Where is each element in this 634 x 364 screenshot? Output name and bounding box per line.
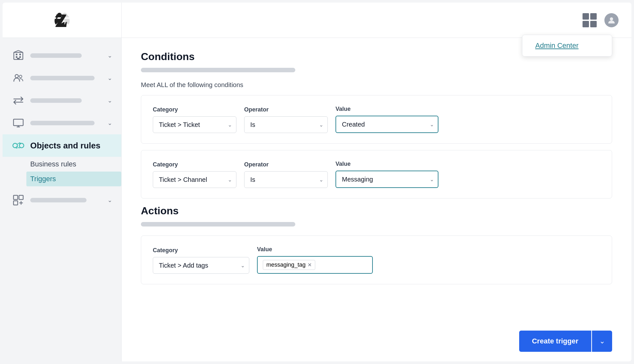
sidebar-item-business-rules[interactable]: Business rules	[30, 157, 121, 172]
operator-label-1: Operator	[244, 106, 328, 113]
bottom-action-bar: Create trigger ⌄	[519, 331, 612, 352]
svg-rect-4	[16, 56, 17, 58]
tags-input[interactable]: messaging_tag ✕	[257, 256, 373, 274]
svg-point-23	[610, 17, 613, 21]
header-icons	[583, 13, 619, 27]
tag-text: messaging_tag	[266, 262, 306, 268]
admin-center-dropdown: Admin Center	[522, 35, 612, 57]
category-select-2[interactable]: Ticket > Channel	[153, 171, 236, 188]
svg-text:𝐙: 𝐙	[55, 11, 67, 30]
user-avatar[interactable]	[604, 13, 619, 27]
field-group-action-value: Value messaging_tag ✕	[257, 246, 373, 274]
svg-rect-2	[16, 54, 17, 55]
svg-rect-20	[14, 201, 18, 205]
meet-all-text: Meet ALL of the following conditions	[141, 81, 612, 89]
create-trigger-chevron-button[interactable]: ⌄	[592, 331, 612, 352]
nav-items: ⌄ ⌄ ⌄	[3, 38, 121, 361]
field-group-value-1: Value Created ⌄	[335, 106, 438, 133]
operator-select-2[interactable]: Is	[244, 171, 328, 188]
category-select-wrapper-2: Ticket > Channel ⌄	[153, 171, 236, 188]
sidebar-item-objects-rules[interactable]: Objects and rules	[3, 134, 121, 157]
svg-point-9	[15, 75, 18, 78]
nav-item-people-bars	[30, 75, 105, 81]
chevron-down-icon: ⌄	[107, 120, 112, 127]
condition-card-1: Category Ticket > Ticket ⌄ Operator	[141, 95, 612, 144]
svg-rect-3	[19, 54, 21, 55]
operator-label-2: Operator	[244, 161, 328, 168]
sidebar-item-triggers[interactable]: Triggers	[26, 172, 121, 186]
category-select-1[interactable]: Ticket > Ticket	[153, 116, 236, 133]
chevron-down-icon: ⌄	[107, 197, 112, 204]
sidebar-item-people[interactable]: ⌄	[3, 67, 121, 89]
conditions-section: Conditions Meet ALL of the following con…	[141, 51, 612, 199]
value-select-2[interactable]: Messaging	[335, 171, 438, 188]
category-label-2: Category	[153, 161, 236, 168]
action-card-1: Category Ticket > Add tags ⌄ Value	[141, 235, 612, 284]
svg-rect-18	[14, 195, 18, 200]
value-select-wrapper-1: Created ⌄	[335, 116, 438, 133]
admin-center-link[interactable]: Admin Center	[535, 41, 579, 49]
action-category-select[interactable]: Ticket > Add tags	[153, 257, 249, 274]
field-group-action-category: Category Ticket > Add tags ⌄	[153, 247, 249, 274]
tag-remove-icon[interactable]: ✕	[308, 262, 312, 268]
nav-item-channels-bars	[30, 98, 105, 103]
arrows-icon	[12, 94, 25, 107]
svg-rect-19	[19, 195, 23, 200]
create-trigger-button[interactable]: Create trigger	[519, 331, 591, 352]
field-group-operator-1: Operator Is ⌄	[244, 106, 328, 133]
grid-apps-icon[interactable]	[583, 13, 597, 27]
zendesk-logo: 𝐙	[52, 11, 72, 30]
objects-rules-icon	[12, 139, 25, 152]
svg-point-10	[19, 75, 22, 78]
actions-section: Actions Category Ticket > Add tags ⌄	[141, 205, 612, 284]
sidebar-item-buildings[interactable]: ⌄	[3, 44, 121, 67]
conditions-bar	[141, 68, 295, 72]
field-group-value-2: Value Messaging ⌄	[335, 161, 438, 188]
operator-select-wrapper-1: Is ⌄	[244, 116, 328, 133]
monitor-icon	[12, 116, 25, 130]
field-group-category-1: Category Ticket > Ticket ⌄	[153, 106, 236, 133]
condition-row-2: Category Ticket > Channel ⌄ Operator	[153, 161, 600, 188]
sidebar: 𝐙 ⌄ ⌄	[3, 3, 122, 361]
main-content: Admin Center Conditions Meet ALL of the …	[122, 3, 631, 361]
objects-rules-label: Objects and rules	[30, 141, 100, 151]
svg-rect-5	[19, 56, 21, 58]
chevron-down-icon: ⌄	[107, 97, 112, 104]
action-row-1: Category Ticket > Add tags ⌄ Value	[153, 246, 600, 274]
action-value-label: Value	[257, 246, 373, 253]
value-label-1: Value	[335, 106, 438, 112]
operator-select-wrapper-2: Is ⌄	[244, 171, 328, 188]
condition-row-1: Category Ticket > Ticket ⌄ Operator	[153, 106, 600, 133]
tag-chip-messaging: messaging_tag ✕	[263, 260, 315, 270]
nav-item-monitor-bars	[30, 120, 105, 126]
actions-title: Actions	[141, 205, 612, 217]
value-label-2: Value	[335, 161, 438, 167]
operator-select-1[interactable]: Is	[244, 116, 328, 133]
sidebar-item-channels[interactable]: ⌄	[3, 89, 121, 112]
logo-area: 𝐙	[3, 3, 121, 38]
value-select-wrapper-2: Messaging ⌄	[335, 171, 438, 188]
action-category-label: Category	[153, 247, 249, 254]
action-category-select-wrapper: Ticket > Add tags ⌄	[153, 257, 249, 274]
nav-item-buildings-bars	[30, 53, 105, 58]
svg-rect-6	[17, 58, 20, 59]
nav-item-apps-bars	[30, 197, 105, 203]
category-select-wrapper-1: Ticket > Ticket ⌄	[153, 116, 236, 133]
value-select-1[interactable]: Created	[335, 116, 438, 133]
chevron-down-icon: ⌄	[107, 52, 112, 59]
buildings-icon	[12, 49, 25, 62]
chevron-down-icon: ⌄	[107, 75, 112, 82]
sub-nav-objects-rules: Business rules Triggers	[3, 157, 121, 186]
people-icon	[12, 71, 25, 85]
header-bar	[122, 3, 631, 38]
field-group-operator-2: Operator Is ⌄	[244, 161, 328, 188]
condition-card-2: Category Ticket > Channel ⌄ Operator	[141, 150, 612, 199]
svg-rect-13	[14, 119, 23, 126]
sidebar-item-monitor[interactable]: ⌄	[3, 112, 121, 134]
field-group-category-2: Category Ticket > Channel ⌄	[153, 161, 236, 188]
content-area: Conditions Meet ALL of the following con…	[122, 38, 631, 361]
actions-bar	[141, 222, 295, 226]
sidebar-item-apps[interactable]: ⌄	[3, 189, 121, 211]
category-label-1: Category	[153, 106, 236, 113]
apps-icon	[12, 193, 25, 207]
